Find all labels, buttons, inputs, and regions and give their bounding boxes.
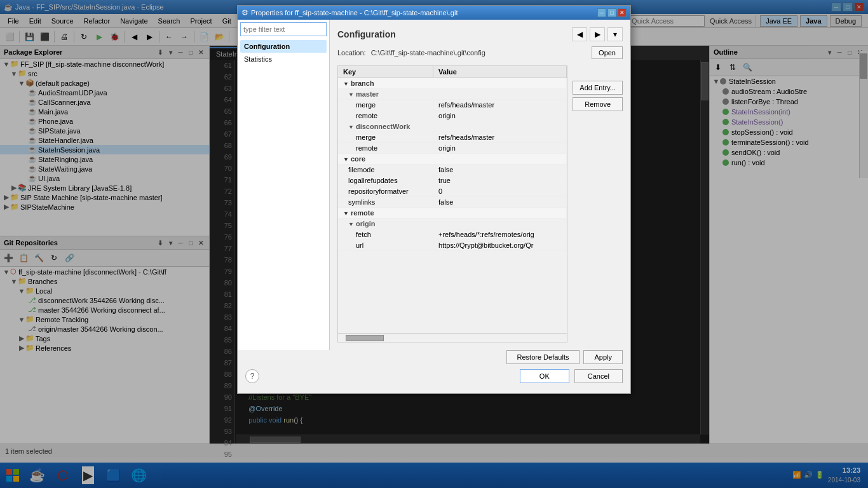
table-row[interactable]: urlhttps://Qrypt@bitbucket.org/Qr (338, 240, 567, 251)
modal-back-arrow[interactable]: ◀ (572, 27, 587, 41)
table-row[interactable]: ▼core (338, 154, 567, 165)
modal-overlay: ⚙ Properties for ff_sip-state-machine - … (0, 0, 868, 488)
table-row[interactable]: mergerefs/heads/master (338, 132, 567, 143)
modal-body: Configuration Statistics Configuration ◀… (238, 20, 630, 350)
modal-filter-input[interactable] (240, 22, 327, 36)
location-label: Location: (337, 49, 366, 57)
modal-nav-statistics[interactable]: Statistics (240, 53, 327, 65)
table-action-buttons: Add Entry... Remove (573, 65, 623, 342)
location-row: Location: C:\Git\ff_sip-state-machine\.g… (337, 46, 623, 59)
modal-bottom-area: Restore Defaults Apply ? OK Cancel (238, 350, 630, 393)
cancel-button[interactable]: Cancel (574, 369, 623, 383)
config-table-area: Key Value ▼branch (337, 65, 623, 342)
modal-title-bar: ⚙ Properties for ff_sip-state-machine - … (238, 6, 630, 20)
modal-ok-cancel-row: ? OK Cancel (245, 369, 623, 388)
col-key: Key (338, 66, 433, 78)
table-row[interactable]: symlinksfalse (338, 197, 567, 208)
table-row[interactable]: remoteorigin (338, 143, 567, 154)
restore-defaults-button[interactable]: Restore Defaults (506, 350, 580, 364)
modal-forward-arrow[interactable]: ▶ (590, 27, 605, 41)
modal-main-content: Configuration ◀ ▶ ▾ Location: C:\Git\ff_… (330, 20, 630, 350)
modal-nav-configuration[interactable]: Configuration (240, 40, 327, 53)
table-row[interactable]: logallrefupdatestrue (338, 175, 567, 186)
ok-button[interactable]: OK (520, 369, 569, 383)
add-entry-button[interactable]: Add Entry... (573, 81, 623, 95)
config-table-scroll[interactable]: Key Value ▼branch (338, 66, 567, 333)
open-button[interactable]: Open (592, 46, 623, 59)
table-row[interactable]: remoteorigin (338, 111, 567, 121)
remove-button[interactable]: Remove (573, 97, 623, 111)
modal-sidebar: Configuration Statistics (238, 20, 330, 350)
table-row[interactable]: ▼origin (338, 219, 567, 229)
table-row[interactable]: ▼master (338, 89, 567, 100)
config-table: Key Value ▼branch (338, 66, 567, 251)
modal-dropdown-arrow[interactable]: ▾ (607, 27, 623, 41)
col-value: Value (433, 66, 567, 78)
table-row[interactable]: ▼branch (338, 78, 567, 89)
modal-section-title: Configuration (337, 29, 396, 39)
table-row[interactable]: filemodefalse (338, 165, 567, 175)
modal-toolbar: Configuration ◀ ▶ ▾ (337, 27, 623, 41)
modal-maximize-btn[interactable]: □ (607, 8, 616, 17)
modal-minimize-btn[interactable]: ─ (597, 8, 606, 17)
modal-title: Properties for ff_sip-state-machine - C:… (251, 9, 458, 17)
modal-nav-arrows: ◀ ▶ ▾ (572, 27, 623, 41)
table-row[interactable]: ▼disconnectWork (338, 121, 567, 132)
table-row[interactable]: fetch+refs/heads/*:refs/remotes/orig (338, 229, 567, 240)
modal-action-row: Restore Defaults Apply (245, 350, 623, 364)
table-hscroll[interactable] (338, 333, 567, 342)
properties-dialog: ⚙ Properties for ff_sip-state-machine - … (237, 5, 631, 394)
table-row[interactable]: repositoryformatver0 (338, 186, 567, 197)
table-row[interactable]: ▼remote (338, 208, 567, 219)
location-value: C:\Git\ff_sip-state-machine\.git\config (371, 49, 587, 57)
table-row[interactable]: mergerefs/heads/master (338, 100, 567, 111)
apply-button[interactable]: Apply (583, 350, 623, 364)
help-button[interactable]: ? (245, 369, 259, 383)
modal-gear-icon: ⚙ (241, 8, 248, 17)
modal-close-btn[interactable]: ✕ (618, 8, 627, 17)
